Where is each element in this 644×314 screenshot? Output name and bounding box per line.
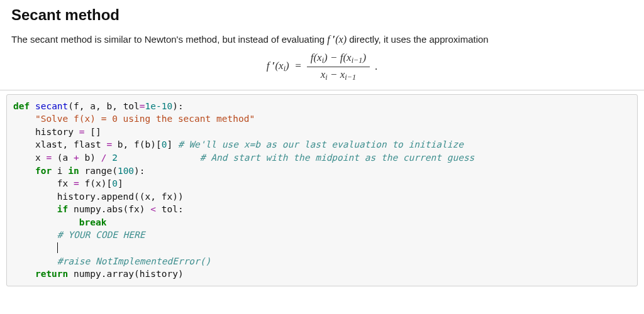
- keyword-for: for: [35, 166, 52, 176]
- sig-close: ):: [172, 101, 183, 111]
- stmt-append: history.append((x, fx)): [13, 192, 184, 202]
- stmt-xlast: xlast, flast: [13, 139, 106, 149]
- section-heading: Secant method: [11, 6, 633, 24]
- op-plus: +: [74, 153, 79, 163]
- op-equals: =: [46, 153, 52, 163]
- if-cond: numpy.abs(fx): [68, 204, 150, 214]
- docstring: "Solve f(x) = 0 using the secant method": [35, 114, 255, 124]
- equation-numerator: f(xi) − f(xi−1): [307, 51, 370, 67]
- stmt-history-rhs: []: [85, 127, 101, 137]
- op-lt: <: [150, 204, 156, 214]
- if-tol: tol:: [156, 204, 184, 214]
- keyword-break: break: [79, 217, 107, 227]
- equation-lhs: f ′(xi) =: [267, 60, 302, 73]
- comment-raise: #raise NotImplementedError(): [57, 256, 211, 266]
- inline-math: f ′(x): [327, 34, 347, 45]
- literal-two: 2: [106, 153, 117, 163]
- for-var: i: [52, 166, 68, 176]
- op-equals: =: [106, 139, 112, 149]
- keyword-in: in: [68, 166, 79, 176]
- stmt-xlast-close: ]: [167, 139, 177, 149]
- stmt-history: history: [13, 127, 79, 137]
- return-expr: numpy.array(history): [68, 269, 183, 279]
- text-cursor: [57, 242, 58, 253]
- stmt-fx-close: ]: [118, 178, 123, 188]
- cursor-indent: [13, 243, 57, 253]
- stmt-x-rhs2: b): [79, 153, 101, 163]
- literal-tol: 1e-10: [145, 101, 173, 111]
- comment-your-code: # YOUR CODE HERE: [57, 230, 145, 240]
- description-text: The secant method is similar to Newton's…: [11, 34, 327, 45]
- padding: [118, 153, 200, 163]
- equation-trail: .: [375, 60, 377, 73]
- equation-denominator: xi − xi−1: [317, 67, 360, 82]
- equation-fraction: f(xi) − f(xi−1) xi − xi−1: [307, 51, 370, 82]
- keyword-if: if: [57, 204, 68, 214]
- comment-init: # We'll use x=b as our last evaluation t…: [178, 139, 464, 149]
- sig-params: (f, a, b, tol: [68, 101, 140, 111]
- code-cell-wrapper: def secant(f, a, b, tol=1e-10): "Solve f…: [0, 90, 644, 286]
- op-equals: =: [140, 101, 145, 111]
- keyword-return: return: [35, 269, 68, 279]
- code-cell[interactable]: def secant(f, a, b, tol=1e-10): "Solve f…: [6, 94, 638, 286]
- description-text-2: directly, it uses the approximation: [347, 34, 489, 45]
- stmt-fx-rhs: f(x)[: [79, 178, 112, 188]
- range-close: ):: [134, 166, 145, 176]
- literal-hundred: 100: [118, 166, 134, 176]
- stmt-fx: fx: [13, 178, 74, 188]
- stmt-x-rhs: (a: [52, 153, 74, 163]
- section-description: The secant method is similar to Newton's…: [11, 31, 633, 48]
- keyword-def: def: [13, 101, 30, 111]
- comment-midpoint: # And start with the midpoint as the cur…: [200, 153, 475, 163]
- stmt-x: x: [13, 153, 46, 163]
- display-equation: f ′(xi) = f(xi) − f(xi−1) xi − xi−1 .: [11, 51, 633, 82]
- stmt-xlast-rhs: b, f(b)[: [112, 139, 162, 149]
- call-range: range(: [79, 166, 118, 176]
- op-equals: =: [74, 178, 79, 188]
- op-equals: =: [79, 127, 85, 137]
- function-name: secant: [35, 101, 68, 111]
- notebook-text-cell: Secant method The secant method is simil…: [0, 0, 644, 82]
- literal-zero: 0: [112, 178, 118, 188]
